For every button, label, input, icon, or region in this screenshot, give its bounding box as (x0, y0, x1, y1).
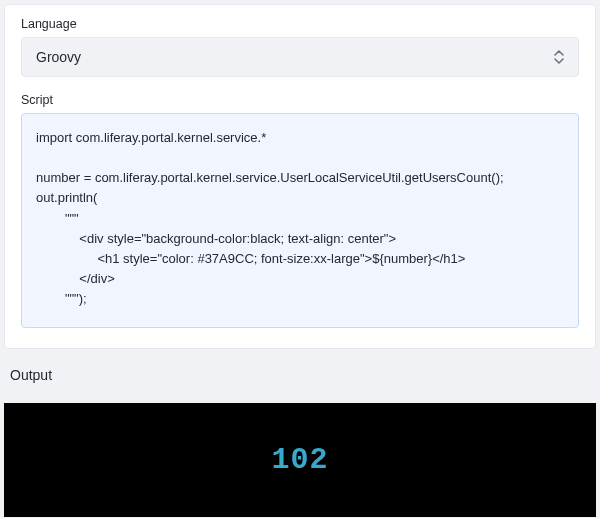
language-label: Language (21, 17, 579, 31)
language-selected-value: Groovy (36, 49, 81, 65)
select-sort-icon (554, 50, 566, 64)
output-heading: Output (0, 349, 600, 397)
script-panel: Language Groovy Script import com.lifera… (4, 4, 596, 349)
language-select[interactable]: Groovy (21, 37, 579, 77)
output-container: 102 (4, 403, 596, 517)
script-textarea[interactable]: import com.liferay.portal.kernel.service… (21, 113, 579, 328)
script-label: Script (21, 93, 579, 107)
output-value: 102 (271, 443, 328, 477)
